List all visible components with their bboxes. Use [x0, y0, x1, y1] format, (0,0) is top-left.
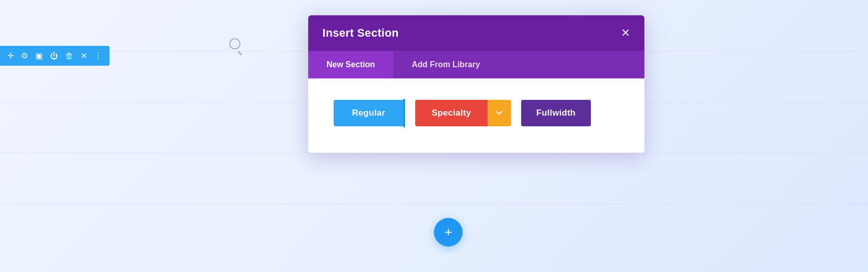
fullwidth-section-button[interactable]: Fullwidth — [521, 100, 591, 126]
regular-section-button[interactable]: Regular — [334, 100, 403, 126]
chevron-down-icon — [496, 111, 502, 115]
search-icon[interactable] — [229, 38, 240, 49]
search-area — [229, 38, 240, 51]
close-icon[interactable]: ✕ — [80, 51, 87, 61]
insert-section-modal: Insert Section ✕ New Section Add From Li… — [308, 15, 644, 153]
move-icon[interactable]: ✛ — [7, 51, 14, 61]
trash-icon[interactable]: 🗑 — [65, 51, 73, 61]
modal-header: Insert Section ✕ — [308, 15, 644, 51]
modal-tabs: New Section Add From Library — [308, 51, 644, 78]
modal-title: Insert Section — [322, 26, 399, 40]
plus-icon: + — [444, 225, 452, 238]
regular-divider — [403, 99, 405, 127]
add-section-button[interactable]: + — [434, 218, 463, 247]
section-toolbar: ✛ ⚙ ▣ ⏻ 🗑 ✕ ⋮ — [0, 46, 110, 66]
layout-icon[interactable]: ▣ — [35, 51, 43, 61]
specialty-section-group: Specialty — [415, 100, 510, 126]
add-chevron-shape: + — [434, 218, 463, 247]
power-icon[interactable]: ⏻ — [50, 51, 58, 61]
settings-icon[interactable]: ⚙ — [21, 51, 28, 61]
specialty-side-button[interactable] — [487, 100, 511, 126]
tab-new-section[interactable]: New Section — [308, 51, 393, 78]
modal-body: Regular Specialty Fullwidth — [308, 78, 644, 153]
tab-add-from-library[interactable]: Add From Library — [393, 51, 498, 78]
modal-close-button[interactable]: ✕ — [621, 28, 630, 39]
section-options: Regular Specialty Fullwidth — [334, 99, 619, 127]
specialty-section-button[interactable]: Specialty — [415, 100, 487, 126]
more-options-icon[interactable]: ⋮ — [94, 51, 102, 61]
